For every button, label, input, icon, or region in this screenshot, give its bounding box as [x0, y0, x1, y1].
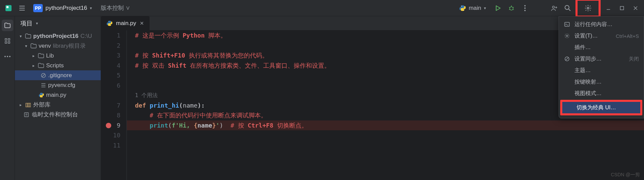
sync-off-icon: [564, 56, 570, 62]
debug-button[interactable]: [506, 2, 517, 14]
svg-point-20: [565, 5, 569, 9]
menu-theme[interactable]: 主题…: [559, 65, 644, 76]
svg-point-5: [461, 6, 462, 6]
run-config-dropdown[interactable]: main ▾: [455, 3, 490, 13]
project-panel-header[interactable]: 项目 ▾: [15, 16, 101, 30]
menu-run-anything[interactable]: 运行任何内容…: [559, 19, 644, 30]
tree-venv[interactable]: ▾ venv library根目录: [15, 41, 101, 51]
svg-rect-30: [8, 42, 10, 43]
svg-marker-7: [496, 6, 500, 10]
project-name-label: pythonProject16: [45, 5, 87, 12]
panel-title: 项目: [20, 19, 33, 27]
svg-rect-39: [26, 103, 27, 107]
menu-viewmode[interactable]: 视图模式…: [559, 88, 644, 99]
svg-line-10: [509, 7, 510, 8]
svg-point-8: [510, 7, 513, 10]
close-tab-button[interactable]: ✕: [140, 20, 144, 26]
svg-rect-41: [29, 103, 31, 107]
minimize-button[interactable]: [603, 2, 614, 14]
main-menu-button[interactable]: [16, 2, 28, 14]
menu-classic-ui[interactable]: 切换为经典 UI…: [562, 102, 640, 113]
svg-point-15: [524, 7, 526, 9]
tree-pyvenv[interactable]: pyvenv.cfg: [15, 80, 101, 90]
svg-rect-29: [5, 42, 7, 43]
close-window-button[interactable]: [630, 2, 641, 14]
run-config-label: main: [469, 5, 481, 12]
vcs-dropdown[interactable]: 版本控制 ∨: [97, 4, 134, 12]
tree-scripts[interactable]: ▸ Scripts: [15, 61, 101, 70]
svg-point-14: [524, 5, 526, 6]
settings-menu: 运行任何内容… 设置(T)… Ctrl+Alt+S 插件… 设置同步… 关闭 主…: [559, 16, 644, 118]
menu-sync[interactable]: 设置同步… 关闭: [559, 53, 644, 65]
svg-point-33: [9, 56, 11, 57]
svg-rect-45: [565, 22, 569, 26]
structure-tool-button[interactable]: [2, 35, 13, 47]
tree-root[interactable]: ▾ pythonProject16 C:\U: [15, 31, 101, 41]
menu-keymap[interactable]: 按键映射…: [559, 76, 644, 88]
app-logo: [3, 2, 14, 14]
watermark: CSDN @一剪: [611, 172, 640, 178]
project-panel: 项目 ▾ ▾ pythonProject16 C:\U ▾ venv libra…: [15, 16, 101, 180]
svg-line-48: [566, 58, 568, 60]
svg-point-31: [4, 56, 6, 57]
maximize-button[interactable]: [616, 2, 628, 14]
svg-rect-28: [8, 39, 10, 40]
more-tool-button[interactable]: [2, 51, 13, 62]
python-icon: [106, 20, 113, 26]
tab-label: main.py: [116, 20, 136, 27]
tree-main-py[interactable]: main.py: [15, 90, 101, 100]
tree-scratches[interactable]: 临时文件和控制台: [15, 110, 101, 119]
terminal-icon: [564, 22, 570, 27]
svg-point-46: [566, 35, 568, 37]
python-icon: [459, 5, 466, 12]
tree-lib[interactable]: ▸ Lib: [15, 51, 101, 61]
search-button[interactable]: [562, 2, 573, 14]
menu-settings[interactable]: 设置(T)… Ctrl+Alt+S: [559, 30, 644, 42]
chevron-down-icon: ▾: [484, 6, 486, 10]
project-name-dropdown[interactable]: PP pythonProject16 ▾: [30, 3, 95, 14]
tab-main-py[interactable]: main.py ✕: [101, 16, 150, 30]
svg-line-21: [569, 9, 570, 11]
more-actions-button[interactable]: [519, 2, 531, 14]
project-tree: ▾ pythonProject16 C:\U ▾ venv library根目录…: [15, 30, 101, 180]
top-toolbar: PP pythonProject16 ▾ 版本控制 ∨ main ▾: [0, 0, 644, 16]
settings-button-highlighted[interactable]: [575, 0, 601, 18]
svg-point-32: [7, 56, 8, 57]
svg-line-12: [509, 9, 510, 10]
svg-point-16: [524, 10, 526, 11]
svg-rect-27: [5, 39, 7, 40]
svg-rect-42: [24, 113, 28, 117]
project-tool-button[interactable]: [2, 20, 13, 31]
svg-rect-40: [27, 103, 29, 107]
chevron-down-icon: ▾: [36, 21, 38, 26]
menu-classic-ui-highlighted: 切换为经典 UI…: [560, 100, 642, 115]
svg-point-22: [587, 7, 589, 9]
svg-rect-1: [6, 6, 8, 8]
svg-line-11: [513, 7, 514, 8]
gear-icon: [564, 33, 570, 39]
svg-line-35: [42, 74, 45, 77]
run-button[interactable]: [492, 2, 504, 14]
line-gutter: 1 2 3 4 5 6 7 8 9 10 11: [101, 30, 127, 180]
tree-external-libs[interactable]: ▸ 外部库: [15, 100, 101, 110]
menu-plugins[interactable]: 插件…: [559, 42, 644, 53]
project-badge-icon: PP: [33, 4, 43, 12]
svg-point-17: [552, 6, 554, 8]
tree-gitignore[interactable]: .gitignore: [15, 70, 101, 80]
svg-rect-24: [620, 6, 624, 10]
svg-point-6: [464, 10, 464, 10]
breakpoint-marker[interactable]: [106, 123, 111, 128]
chevron-down-icon: ▾: [90, 6, 92, 10]
left-tool-rail: [0, 16, 15, 180]
svg-line-13: [513, 9, 514, 10]
code-with-me-button[interactable]: [548, 2, 560, 14]
